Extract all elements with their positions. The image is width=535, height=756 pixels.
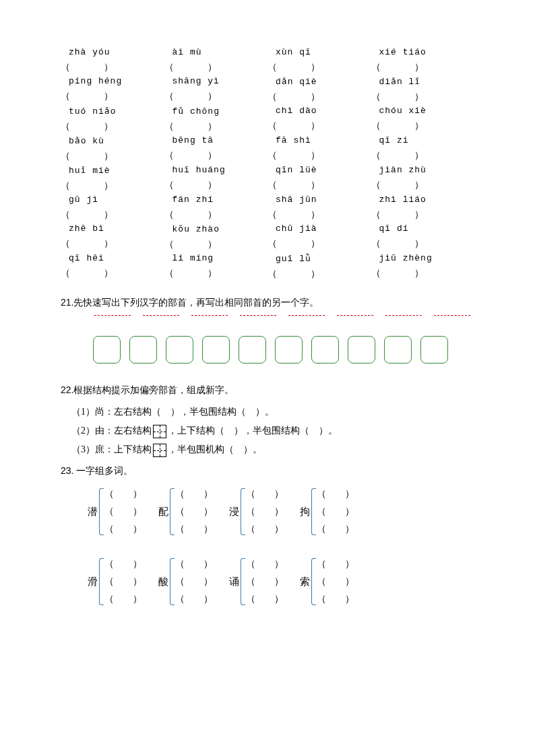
paren: （ ） [164,61,268,73]
answer-box [202,336,230,364]
pinyin: dǎn qiè [268,76,371,87]
pinyin: jiàn zhù [371,165,475,175]
pinyin: chì dào [268,106,371,116]
answer-dashes [61,314,474,316]
pinyin: diǎn lǐ [371,76,475,87]
question-22: 22.根据结构提示加偏旁部首，组成新字。 [61,382,474,398]
answer-box [93,336,121,364]
paren: （ ） [371,149,475,162]
paren: （ ） [61,238,164,250]
dash-blank [434,314,470,316]
paren: （ ） [164,209,268,221]
pinyin: shā jūn [268,195,371,205]
char: 浸 [229,506,239,518]
pinyin: fā shì [268,135,371,145]
answer-box [311,336,339,364]
pinyin: zhì liáo [371,195,475,205]
tian-box-icon [153,444,166,457]
dash-blank [337,314,373,316]
q23-row-1: 潜（ ）（ ）（ ） 配（ ）（ ）（ ） 浸（ ）（ ）（ ） 拘（ ）（ ）… [61,485,474,538]
paren: （ ） [268,120,371,132]
q22-item-3: （3）庶：上下结构，半包围机构（ ）。 [61,440,474,459]
paren: （ ） [268,149,371,162]
paren: （ ） [164,90,268,102]
paren: （ ） [268,91,371,103]
paren: （ ） [371,91,475,103]
pinyin-grid: zhà yóu（ ） ài mù（ ） xùn qī（ ） xié tiáo（ … [61,47,474,283]
q22-item-1: （1）尚：左右结构（ ），半包围结构（ ）。 [61,403,474,421]
paren: （ ） [61,180,164,192]
pinyin: qī hēi [61,253,164,263]
pinyin: tuó niǎo [61,106,164,116]
pinyin: shāng yì [164,76,268,86]
pinyin: zhē bì [61,224,164,234]
paren: （ ） [268,209,371,221]
paren: （ ） [371,267,475,279]
paren: （ ） [164,179,268,191]
paren: （ ） [164,121,268,133]
q23-row-2: 滑（ ）（ ）（ ） 酸（ ）（ ）（ ） 诵（ ）（ ）（ ） 索（ ）（ ）… [61,555,474,608]
pinyin: kǒu zhào [164,224,268,234]
pinyin: fán zhí [164,195,268,205]
pinyin: huī huáng [164,165,268,175]
pinyin: píng héng [61,76,164,86]
pinyin: lí míng [164,253,268,263]
pinyin: chóu xiè [371,106,475,116]
pinyin: xùn qī [268,47,371,57]
answer-box [166,336,193,364]
paren: （ ） [268,61,371,73]
answer-box [348,336,375,364]
q22-title: 根据结构提示加偏旁部首，组成新字。 [73,385,234,395]
q23-title: 一字组多词。 [76,466,133,476]
dash-blank [143,314,179,316]
char: 拘 [300,506,310,518]
pinyin: jiū zhèng [371,253,475,263]
pinyin: bǎo kù [61,135,164,146]
pinyin: chū jià [268,224,371,234]
answer-box [420,336,448,364]
char: 索 [300,576,310,588]
paren: （ ） [61,150,164,162]
paren: （ ） [371,61,475,73]
pinyin: gū jì [61,195,164,205]
paren: （ ） [164,149,268,162]
pinyin: zhà yóu [61,47,164,57]
paren: （ ） [371,209,475,221]
char: 潜 [88,506,98,518]
dash-blank [385,314,422,316]
pinyin: qīn lüè [268,165,371,175]
paren: （ ） [268,238,371,250]
dash-blank [191,314,228,316]
answer-box [129,336,157,364]
paren: （ ） [268,268,371,280]
paren: （ ） [371,238,475,250]
paren: （ ） [61,61,164,73]
question-21: 21.先快速写出下列汉字的部首，再写出相同部首的另一个字。 [61,295,474,310]
answer-box [239,336,266,364]
paren: （ ） [61,90,164,102]
pinyin: ài mù [164,47,268,57]
pinyin: huǐ miè [61,165,164,176]
paren: （ ） [61,267,164,279]
dash-blank [288,314,325,316]
char: 滑 [88,576,98,588]
paren: （ ） [164,267,268,279]
q22-item-2: （2）由：左右结构，上下结构（ ），半包围结构（ ）。 [61,421,474,440]
paren: （ ） [268,179,371,191]
char: 诵 [229,576,239,588]
char: 配 [158,506,168,518]
answer-box [384,336,412,364]
paren: （ ） [61,121,164,133]
dash-blank [94,314,131,316]
pinyin: qī dí [371,224,475,234]
answer-boxes [61,336,474,364]
pinyin: fǔ chōng [164,106,268,116]
paren: （ ） [164,238,268,250]
tian-box-icon [153,425,166,438]
answer-box [275,336,303,364]
char: 酸 [158,576,168,588]
paren: （ ） [371,120,475,132]
paren: （ ） [61,209,164,221]
dash-blank [240,314,276,316]
question-23: 23. 一字组多词。 [61,463,474,479]
